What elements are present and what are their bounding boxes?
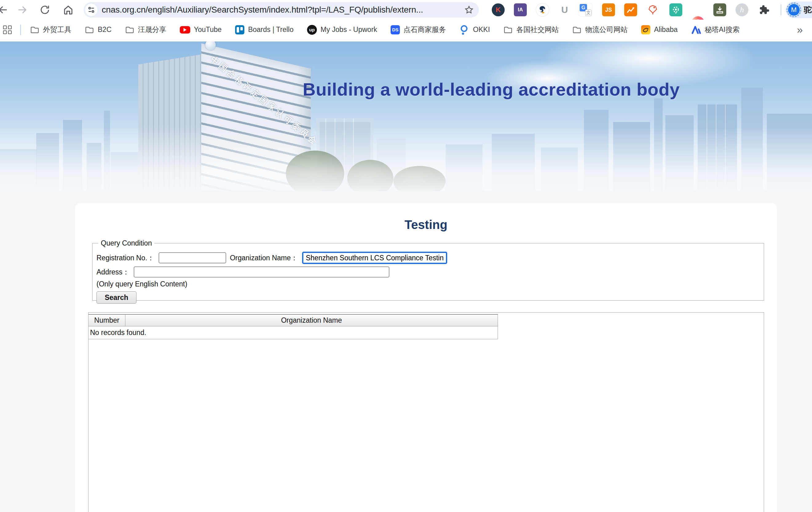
bookmark-label: YouTube (194, 26, 222, 34)
bookmark-folder-b2c[interactable]: B2C (85, 25, 112, 34)
banner-title: Building a world-leading accreditation b… (303, 79, 680, 99)
upwork-icon: up (307, 25, 317, 35)
bookmark-star-icon[interactable] (464, 5, 474, 15)
bookmark-alibaba[interactable]: Alibaba (641, 25, 678, 34)
extension-tag-icon[interactable] (646, 3, 659, 16)
bookmark-folder-logistics[interactable]: 物流公司网站 (572, 25, 628, 34)
bookmark-label: 各国社交网站 (516, 25, 559, 34)
registration-no-label: Registration No.： (96, 253, 154, 263)
bookmark-folder-waimao[interactable]: 外贸工具 (30, 25, 71, 34)
translate-wen-tile: 文 (585, 9, 592, 16)
bookmark-label: 汪晟分享 (138, 25, 166, 34)
folder-icon (125, 25, 134, 34)
extension-google-translate-icon[interactable]: G 文 (579, 3, 592, 16)
bookmark-label: 点石商家服务 (404, 25, 446, 34)
keepa-letter: K (496, 6, 501, 14)
u-letter: U (561, 5, 568, 15)
bookmarks-overflow-chevron[interactable]: » (797, 24, 807, 36)
bookmark-folder-social[interactable]: 各国社交网站 (503, 25, 559, 34)
extension-gear-icon[interactable] (669, 3, 682, 16)
extension-swirl-icon[interactable] (536, 3, 549, 16)
folder-icon (30, 25, 39, 34)
apps-grid-icon[interactable] (3, 26, 12, 34)
query-row-2: Address： (96, 266, 764, 278)
back-icon[interactable] (0, 4, 9, 16)
js-letters: JS (605, 7, 612, 13)
extension-js-icon[interactable]: JS (602, 3, 615, 16)
extension-keepa-icon[interactable]: K (492, 3, 505, 16)
bookmark-okki[interactable]: OKKI (460, 25, 490, 35)
bookmark-label: My Jobs - Upwork (321, 26, 377, 34)
results-container: Number Organization Name No records foun… (88, 312, 764, 512)
toolbar-separator (781, 4, 781, 16)
okki-icon (460, 25, 469, 35)
youtube-icon (180, 26, 190, 33)
haze-overlay-art (0, 126, 812, 191)
bookmark-label: 外贸工具 (43, 25, 71, 34)
bookmark-label: Alibaba (654, 26, 678, 34)
address-input[interactable] (134, 266, 389, 278)
registration-no-input[interactable] (158, 252, 226, 263)
reload-icon[interactable] (39, 4, 50, 16)
address-label: Address： (96, 267, 129, 277)
english-only-note: (Only query English Content) (96, 280, 764, 288)
honey-letter: h (740, 5, 744, 15)
extension-download-icon[interactable] (713, 3, 726, 16)
query-condition-legend: Query Condition (98, 239, 154, 247)
avatar: M (788, 4, 800, 16)
bookmark-label: OKKI (473, 26, 490, 34)
bookmarks-separator (20, 25, 21, 35)
column-header-number: Number (88, 314, 125, 326)
url-text[interactable]: cnas.org.cn/english/Auxiliary/SearchSyst… (102, 5, 455, 15)
home-icon[interactable] (63, 4, 74, 16)
page-background: Testing Query Condition Registration No.… (0, 191, 812, 512)
query-row-1: Registration No.： Organization Name： (96, 252, 764, 264)
bookmark-dianshi[interactable]: DS 点石商家服务 (390, 25, 446, 34)
browser-toolbar: cnas.org.cn/english/Auxiliary/SearchSyst… (0, 0, 812, 20)
bookmark-metaso[interactable]: 秘塔AI搜索 (691, 25, 740, 34)
profile-button[interactable]: M 驼 (786, 2, 812, 18)
organization-name-input[interactable] (302, 252, 447, 264)
query-condition-fieldset: Query Condition Registration No.： Organi… (92, 239, 764, 301)
trello-icon (235, 25, 244, 34)
folder-icon (503, 25, 513, 34)
bookmark-label: 物流公司网站 (585, 25, 628, 34)
address-bar[interactable]: cnas.org.cn/english/Auxiliary/SearchSyst… (84, 2, 479, 18)
table-row: No records found. (88, 326, 498, 339)
search-button[interactable]: Search (96, 291, 137, 304)
organization-name-label: Organization Name： (230, 253, 298, 263)
bookmark-label: 秘塔AI搜索 (705, 25, 740, 34)
site-info-icon[interactable] (85, 4, 97, 16)
results-header-row: Number Organization Name (88, 314, 498, 326)
folder-icon (85, 25, 94, 34)
bookmark-upwork[interactable]: up My Jobs - Upwork (307, 25, 377, 35)
bookmarks-bar: 外贸工具 B2C 汪晟分享 YouTube Boards | Trello up… (0, 20, 812, 41)
bookmark-label: Boards | Trello (248, 26, 293, 34)
no-records-message: No records found. (88, 326, 498, 339)
extension-chart-icon[interactable] (624, 3, 637, 16)
extension-honey-icon[interactable]: h (735, 3, 748, 16)
bookmark-label: B2C (98, 26, 112, 34)
bookmark-youtube[interactable]: YouTube (180, 26, 222, 34)
sync-ring: M (786, 2, 801, 17)
alibaba-icon (641, 25, 650, 34)
bookmark-folder-wangsheng[interactable]: 汪晟分享 (125, 25, 166, 34)
column-header-organization-name: Organization Name (125, 314, 498, 326)
ia-letters: IA (518, 7, 523, 13)
hero-banner: 中国合格评定国家认可委员会 Building a world-leading a… (0, 41, 812, 191)
results-table: Number Organization Name No records foun… (88, 314, 498, 339)
page-title: Testing (75, 203, 777, 232)
extensions-puzzle-icon[interactable] (758, 3, 771, 16)
content-card: Testing Query Condition Registration No.… (75, 203, 777, 512)
forward-icon[interactable] (17, 4, 28, 16)
extension-ia-icon[interactable]: IA (514, 3, 527, 16)
folder-icon (572, 25, 581, 34)
metaso-icon (691, 25, 701, 34)
extension-u-icon[interactable]: U (558, 3, 571, 16)
bookmark-trello[interactable]: Boards | Trello (235, 25, 293, 34)
profile-label: 驼 (804, 5, 812, 16)
dianshi-icon: DS (390, 25, 400, 34)
